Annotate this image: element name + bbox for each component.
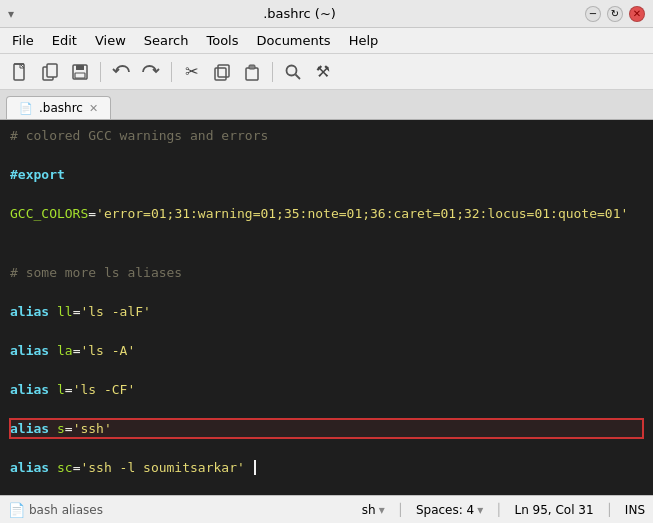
spaces-arrow: ▾ <box>477 503 483 517</box>
cursor-position: Ln 95, Col 31 <box>514 503 593 517</box>
close-button[interactable]: ✕ <box>629 6 645 22</box>
window-title: .bashrc (~) <box>14 6 585 21</box>
code-line: # colored GCC warnings and errors <box>10 126 643 146</box>
status-sep-2: │ <box>495 503 502 517</box>
toolbar-sep-3 <box>272 62 273 82</box>
toolbar-sep-1 <box>100 62 101 82</box>
menu-tools[interactable]: Tools <box>198 31 246 50</box>
tab-label: .bashrc <box>39 101 83 115</box>
status-sep-1: │ <box>397 503 404 517</box>
save-button[interactable] <box>66 58 94 86</box>
menu-help[interactable]: Help <box>341 31 387 50</box>
menu-search[interactable]: Search <box>136 31 197 50</box>
spaces-indicator[interactable]: Spaces: 4 ▾ <box>416 503 483 517</box>
insert-mode: INS <box>625 503 645 517</box>
code-line: GCC_COLORS='error=01;31:warning=01;35:no… <box>10 204 643 224</box>
svg-rect-9 <box>246 68 258 80</box>
svg-rect-3 <box>47 64 57 77</box>
search-button[interactable] <box>279 58 307 86</box>
svg-rect-7 <box>215 68 226 80</box>
minimize-button[interactable]: − <box>585 6 601 22</box>
svg-rect-5 <box>76 65 84 70</box>
window: ▾ .bashrc (~) − ↻ ✕ File Edit View Searc… <box>0 0 653 523</box>
editor-area[interactable]: # colored GCC warnings and errors #expor… <box>0 120 653 495</box>
redo-button[interactable] <box>137 58 165 86</box>
menu-view[interactable]: View <box>87 31 134 50</box>
tab-bashrc[interactable]: 📄 .bashrc ✕ <box>6 96 111 119</box>
bash-aliases-text: bash aliases <box>29 503 103 517</box>
tools-button[interactable]: ⚒ <box>309 58 337 86</box>
menu-file[interactable]: File <box>4 31 42 50</box>
tabs-bar: 📄 .bashrc ✕ <box>0 90 653 120</box>
maximize-button[interactable]: ↻ <box>607 6 623 22</box>
menu-documents[interactable]: Documents <box>249 31 339 50</box>
cut-button[interactable]: ✂ <box>178 58 206 86</box>
toolbar: ✂ ⚒ <box>0 54 653 90</box>
svg-rect-6 <box>75 73 85 78</box>
paste-button[interactable] <box>238 58 266 86</box>
code-line: alias ll='ls -alF' <box>10 302 643 322</box>
svg-point-11 <box>287 65 297 75</box>
menu-edit[interactable]: Edit <box>44 31 85 50</box>
status-sep-3: │ <box>606 503 613 517</box>
title-bar-controls: − ↻ ✕ <box>585 6 645 22</box>
toolbar-sep-2 <box>171 62 172 82</box>
language-mode[interactable]: sh ▾ <box>362 503 385 517</box>
file-icon-status: 📄 <box>8 502 25 518</box>
highlighted-line: alias sc='ssh -l soumitsarkar' <box>10 458 643 478</box>
status-left: 📄 bash aliases <box>8 502 103 518</box>
copy-button[interactable] <box>208 58 236 86</box>
svg-rect-8 <box>218 65 229 77</box>
code-line: alias l='ls -CF' <box>10 380 643 400</box>
code-line: alias la='ls -A' <box>10 341 643 361</box>
highlighted-line: alias s='ssh' <box>10 419 643 439</box>
code-line: #export <box>10 165 643 185</box>
svg-line-12 <box>296 74 301 79</box>
tab-close-button[interactable]: ✕ <box>89 102 98 115</box>
copy-to-button[interactable] <box>36 58 64 86</box>
new-file-button[interactable] <box>6 58 34 86</box>
svg-rect-10 <box>249 65 255 69</box>
menu-bar: File Edit View Search Tools Documents He… <box>0 28 653 54</box>
title-bar: ▾ .bashrc (~) − ↻ ✕ <box>0 0 653 28</box>
status-right: sh ▾ │ Spaces: 4 ▾ │ Ln 95, Col 31 │ INS <box>362 503 645 517</box>
tab-icon: 📄 <box>19 102 33 115</box>
code-line: # some more ls aliases <box>10 263 643 283</box>
mode-arrow: ▾ <box>379 503 385 517</box>
status-bar: 📄 bash aliases sh ▾ │ Spaces: 4 ▾ │ Ln 9… <box>0 495 653 523</box>
undo-button[interactable] <box>107 58 135 86</box>
